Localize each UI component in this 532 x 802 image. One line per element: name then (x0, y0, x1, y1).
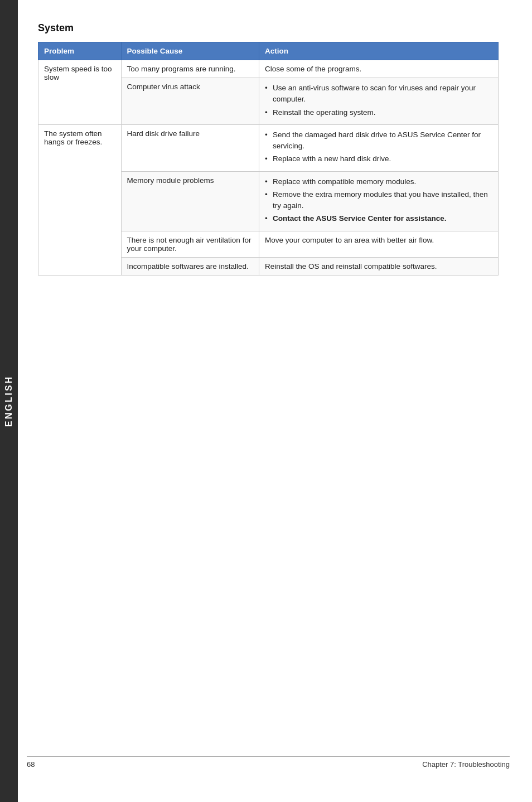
side-tab: ENGLISH (0, 0, 18, 802)
cause-cell: Hard disk drive failure (121, 124, 259, 171)
action-bullet: Contact the ASUS Service Center for assi… (265, 213, 492, 224)
action-bullet: Remove the extra memory modules that you… (265, 189, 492, 212)
page-number: 68 (27, 760, 35, 769)
footer: 68 Chapter 7: Troubleshooting (27, 756, 510, 769)
cause-cell: Computer virus attack (121, 78, 259, 125)
action-bullet: Use an anti-virus software to scan for v… (265, 83, 492, 105)
cause-cell: Incompatible softwares are installed. (121, 257, 259, 275)
cause-cell: Too many programs are running. (121, 60, 259, 78)
action-bullet: Replace with compatible memory modules. (265, 176, 492, 187)
action-cell: Move your computer to an area with bette… (259, 231, 499, 257)
header-cause: Possible Cause (121, 42, 259, 60)
section-title: System (38, 22, 499, 34)
problem-cell: System speed is too slow (38, 60, 122, 125)
main-content: System Problem Possible Cause Action Sys… (27, 0, 532, 309)
table-header-row: Problem Possible Cause Action (38, 42, 499, 60)
action-cell: Send the damaged hard disk drive to ASUS… (259, 124, 499, 171)
table-row: System speed is too slowToo many program… (38, 60, 499, 78)
cause-cell: Memory module problems (121, 171, 259, 231)
action-bullet: Send the damaged hard disk drive to ASUS… (265, 129, 492, 152)
action-cell: Replace with compatible memory modules.R… (259, 171, 499, 231)
problem-cell: The system often hangs or freezes. (38, 124, 122, 275)
side-tab-label: ENGLISH (4, 375, 14, 427)
header-action: Action (259, 42, 499, 60)
action-bullet: Replace with a new hard disk drive. (265, 153, 492, 165)
action-cell: Reinstall the OS and reinstall compatibl… (259, 257, 499, 275)
action-cell: Close some of the programs. (259, 60, 499, 78)
cause-cell: There is not enough air ventilation for … (121, 231, 259, 257)
system-table: Problem Possible Cause Action System spe… (38, 42, 499, 276)
header-problem: Problem (38, 42, 122, 60)
action-cell: Use an anti-virus software to scan for v… (259, 78, 499, 125)
table-row: The system often hangs or freezes.Hard d… (38, 124, 499, 171)
chapter-label: Chapter 7: Troubleshooting (422, 760, 510, 769)
action-bullet: Reinstall the operating system. (265, 107, 492, 118)
